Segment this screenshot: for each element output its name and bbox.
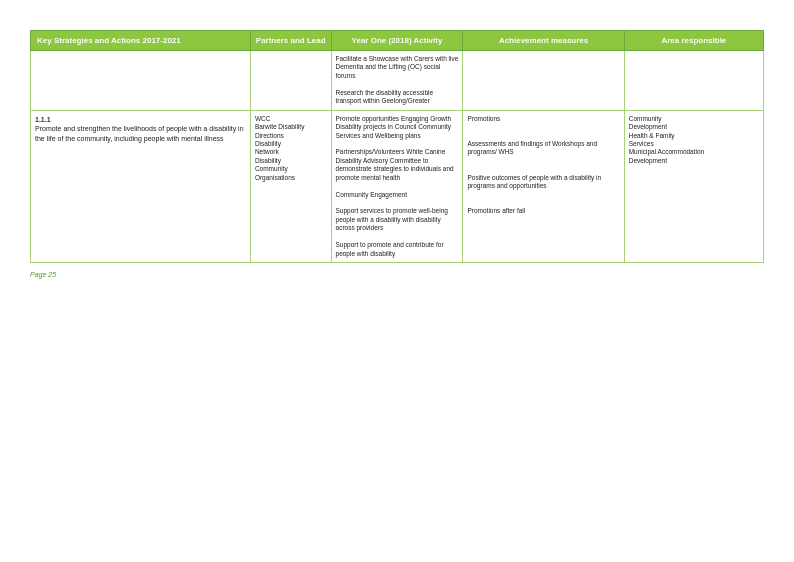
row-id: 1.1.1 xyxy=(35,116,51,123)
achievement-cell xyxy=(463,51,624,111)
partners-cell xyxy=(250,51,331,111)
strategy-cell: 1.1.1 Promote and strengthen the livelih… xyxy=(31,110,251,262)
page-container: Key Strategies and Actions 2017-2021 Par… xyxy=(30,30,764,278)
main-table: Key Strategies and Actions 2017-2021 Par… xyxy=(30,30,764,263)
header-area: Area responsible xyxy=(624,31,763,51)
achievement-cell: Promotions Assessments and findings of W… xyxy=(463,110,624,262)
area-cell xyxy=(624,51,763,111)
header-year-one: Year One (2018) Activity xyxy=(331,31,463,51)
header-achievement: Achievement measures xyxy=(463,31,624,51)
strategy-text: Promote and strengthen the livelihoods o… xyxy=(35,125,244,141)
page-footer: Page 25 xyxy=(30,271,764,278)
table-row: 1.1.1 Promote and strengthen the livelih… xyxy=(31,110,764,262)
area-cell: Community Development Health & Family Se… xyxy=(624,110,763,262)
table-row: Facilitate a Showcase with Carers with l… xyxy=(31,51,764,111)
year-one-cell: Promote opportunities Engaging Growth Di… xyxy=(331,110,463,262)
header-strategies: Key Strategies and Actions 2017-2021 xyxy=(31,31,251,51)
year-one-cell: Facilitate a Showcase with Carers with l… xyxy=(331,51,463,111)
strategy-cell xyxy=(31,51,251,111)
partners-cell: WCC Barwite Disability Directions Disabi… xyxy=(250,110,331,262)
header-partners: Partners and Lead xyxy=(250,31,331,51)
